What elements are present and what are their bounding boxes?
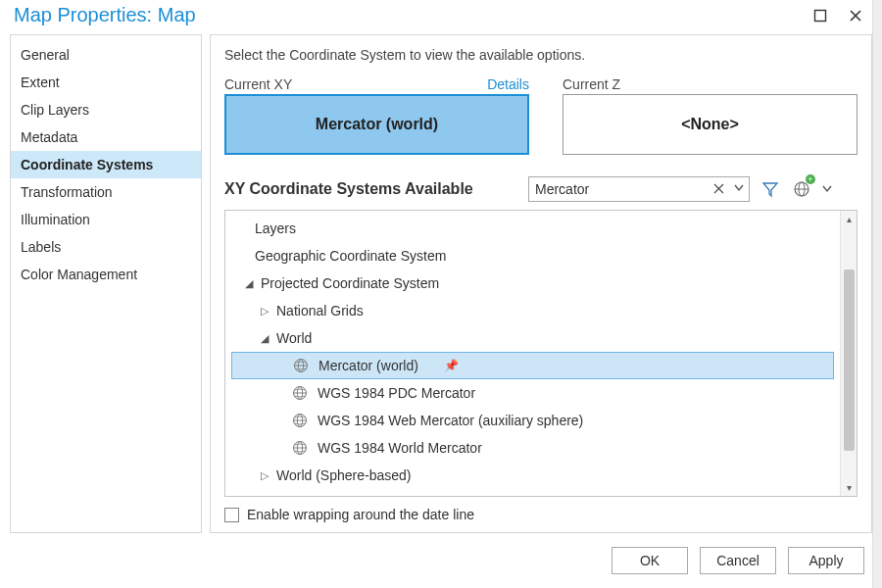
filter-button[interactable]: [760, 178, 781, 200]
expand-icon[interactable]: ◢: [259, 332, 270, 345]
tree-leaf-wgs84-web[interactable]: WGS 1984 Web Mercator (auxiliary sphere): [225, 407, 840, 434]
tree-leaf-label: WGS 1984 Web Mercator (auxiliary sphere): [316, 413, 583, 428]
tree-leaf-wgs84-world[interactable]: WGS 1984 World Mercator: [225, 434, 840, 462]
tree-node-world[interactable]: ◢ World: [225, 324, 840, 352]
svg-rect-0: [815, 10, 826, 21]
sidebar-item-clip-layers[interactable]: Clip Layers: [11, 96, 201, 123]
sidebar-item-extent[interactable]: Extent: [11, 69, 201, 96]
sidebar-item-color-management[interactable]: Color Management: [11, 261, 201, 288]
current-xy-value: Mercator (world): [316, 116, 438, 133]
window-title: Map Properties: Map: [12, 4, 196, 26]
tree-node-world-sphere[interactable]: ▷ World (Sphere-based): [225, 462, 840, 489]
tree-scrollbar[interactable]: ▴ ▾: [840, 211, 857, 496]
available-title: XY Coordinate Systems Available: [224, 180, 518, 198]
wrap-dateline-label: Enable wrapping around the date line: [247, 507, 474, 522]
instruction-text: Select the Coordinate System to view the…: [224, 47, 858, 63]
collapse-icon[interactable]: ▷: [259, 469, 270, 482]
tree-leaf-label: Mercator (world): [317, 358, 418, 373]
current-xy-box[interactable]: Mercator (world): [224, 94, 529, 155]
scroll-thumb[interactable]: [844, 270, 855, 451]
cancel-button[interactable]: Cancel: [700, 547, 776, 574]
tree-node-gcs[interactable]: Geographic Coordinate System: [225, 242, 840, 270]
cs-tree: Layers Geographic Coordinate System ◢ Pr…: [225, 211, 840, 496]
tree-leaf-mercator-world[interactable]: Mercator (world) 📌: [231, 352, 834, 379]
clear-search-icon[interactable]: [710, 180, 726, 196]
tree-node-national-grids[interactable]: ▷ National Grids: [225, 297, 840, 324]
current-z-label: Current Z: [563, 76, 620, 92]
sidebar-item-general[interactable]: General: [11, 41, 201, 69]
dialog-footer: OK Cancel Apply: [0, 537, 882, 588]
expand-icon[interactable]: ◢: [243, 277, 255, 290]
scroll-up-icon[interactable]: ▴: [841, 211, 858, 227]
titlebar: Map Properties: Map: [0, 0, 882, 34]
current-xy-label: Current XY: [224, 76, 292, 92]
sidebar-item-metadata[interactable]: Metadata: [11, 123, 201, 151]
globe-icon: [292, 413, 308, 428]
current-z-value: <None>: [681, 116, 739, 133]
current-z-box[interactable]: <None>: [563, 94, 858, 155]
maximize-button[interactable]: [811, 7, 829, 24]
globe-icon: [292, 440, 308, 456]
close-button[interactable]: [847, 7, 864, 24]
right-edge: [872, 0, 882, 588]
favorite-icon: 📌: [444, 359, 459, 372]
sidebar-item-transformation[interactable]: Transformation: [11, 178, 201, 206]
ok-button[interactable]: OK: [612, 547, 688, 574]
add-coordinate-system-button[interactable]: +: [791, 178, 812, 200]
add-cs-dropdown-icon[interactable]: [822, 178, 832, 200]
plus-badge-icon: +: [806, 174, 815, 184]
main-panel: Select the Coordinate System to view the…: [210, 34, 872, 533]
tree-leaf-label: WGS 1984 PDC Mercator: [316, 385, 475, 401]
sidebar-item-illumination[interactable]: Illumination: [11, 206, 201, 233]
details-link[interactable]: Details: [487, 76, 529, 92]
globe-icon: [293, 358, 309, 373]
tree-node-layers[interactable]: Layers: [225, 215, 840, 242]
scroll-down-icon[interactable]: ▾: [841, 479, 858, 496]
wrap-dateline-checkbox[interactable]: [224, 508, 239, 522]
apply-button[interactable]: Apply: [788, 547, 864, 574]
tree-node-pcs[interactable]: ◢ Projected Coordinate System: [225, 270, 840, 297]
tree-leaf-wgs84-pdc[interactable]: WGS 1984 PDC Mercator: [225, 379, 840, 407]
sidebar-item-coordinate-systems[interactable]: Coordinate Systems: [11, 151, 201, 178]
sidebar-item-labels[interactable]: Labels: [11, 233, 201, 261]
globe-icon: [292, 385, 308, 401]
collapse-icon[interactable]: ▷: [259, 305, 270, 318]
sidebar: General Extent Clip Layers Metadata Coor…: [10, 34, 202, 533]
search-dropdown-icon[interactable]: [732, 181, 746, 195]
tree-leaf-label: WGS 1984 World Mercator: [316, 440, 482, 456]
